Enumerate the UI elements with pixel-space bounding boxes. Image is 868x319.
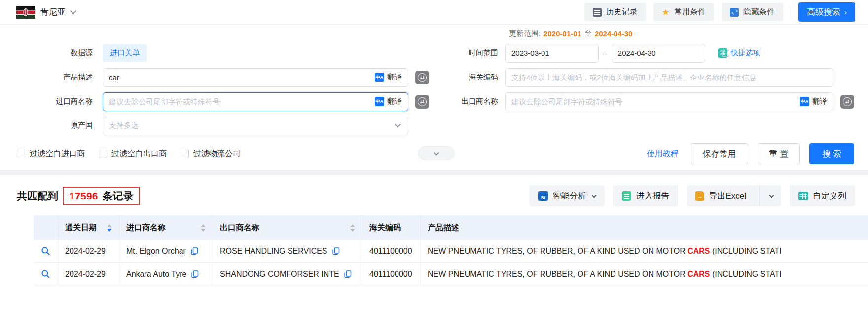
exporter-match-mode-button[interactable]: ⇄ [840,95,854,109]
collapse-icon: ↘ ↖ [730,8,739,17]
reset-button[interactable]: 重 置 [758,143,800,164]
form-left-column: 数据源 进口关单 产品描述 中A 翻译 ⇄ 进口商名称 [0,41,444,138]
table-columns-icon [798,192,808,200]
match-count-box: 17596 条记录 [63,187,140,205]
search-button[interactable]: 搜 索 [809,143,854,164]
copy-icon[interactable] [332,247,340,255]
update-range-end: 2024-04-30 [595,29,633,38]
translate-label: 翻译 [812,97,827,106]
translate-label: 翻译 [387,97,402,106]
importer-translate-button[interactable]: 中A 翻译 [375,97,408,106]
date-end-input[interactable] [612,44,722,62]
sort-icons[interactable] [103,224,112,232]
custom-columns-button[interactable]: 自定义列 [790,185,855,206]
checkbox-icon [17,150,25,158]
export-excel-button-group: → 导出Excel [687,185,781,206]
product-desc-input[interactable] [103,69,375,86]
checkbox-icon [181,150,189,158]
kenya-flag-icon [16,6,35,19]
chevron-down-icon [70,8,76,14]
save-common-button[interactable]: 保存常用 [691,143,748,164]
sort-icons[interactable] [197,224,206,232]
exporter-translate-button[interactable]: 中A 翻译 [800,97,833,106]
country-name: 肯尼亚 [40,6,66,18]
row-detail-button[interactable] [34,263,58,285]
swap-icon: ⇄ [418,97,427,106]
tutorial-link[interactable]: 使用教程 [647,149,679,159]
collapse-arrow: ↖ [731,12,734,16]
advanced-search-button[interactable]: 高级搜索 › [798,2,855,22]
table-row: 2024-02-29 Mt. Elgon Orchar ROSE HANDLIN… [34,240,868,263]
importer-match-mode-button[interactable]: ⇄ [415,95,429,109]
cell-date: 2024-02-29 [58,263,119,285]
data-source-label: 数据源 [0,48,103,58]
filter-label: 过滤空白出口商 [111,149,167,159]
importer-input[interactable] [103,93,375,111]
column-label: 进口商名称 [126,223,166,233]
country-selector[interactable]: 肯尼亚 [16,6,75,19]
hide-conditions-button[interactable]: ↘ ↖ 隐藏条件 [722,3,783,21]
translate-icon: 中A [375,97,384,106]
filter-blank-exporter-checkbox[interactable]: 过滤空白出口商 [99,149,167,159]
update-range-to: 至 [584,29,592,38]
topbar: 肯尼亚 历史记录 ★ 常用条件 ↘ ↖ 隐藏条件 高级搜索 › [0,0,868,25]
copy-icon[interactable] [191,270,199,278]
match-count: 17596 [69,190,98,202]
results-section: 共匹配到 17596 条记录 BI 智能分析 进入报告 → 导出Excel [0,175,868,285]
importer-name[interactable]: Mt. Elgon Orchar [126,247,186,256]
custom-columns-label: 自定义列 [813,190,846,201]
form-actions: 使用教程 保存常用 重 置 搜 索 [647,143,868,164]
chevron-down-icon [434,150,439,155]
hs-code-input[interactable] [506,69,833,86]
cell-product-desc: NEW PNEUMATIC TYRES, OF RUBBER, OF A KIN… [421,240,868,263]
column-label: 海关编码 [369,223,401,233]
row-detail-button[interactable] [34,240,58,263]
data-source-tag[interactable]: 进口关单 [103,44,147,62]
cell-product-desc: NEW PNEUMATIC TYRES, OF RUBBER, OF A KIN… [421,263,868,285]
smart-analysis-button[interactable]: BI 智能分析 [529,185,605,206]
enter-report-button[interactable]: 进入报告 [613,185,678,206]
swap-icon: ⇄ [843,97,852,106]
filter-logistics-checkbox[interactable]: 过滤物流公司 [181,149,241,159]
header-exporter[interactable]: 出口商名称 [213,215,362,240]
column-label: 产品描述 [428,223,459,233]
smart-analysis-label: 智能分析 [552,190,586,201]
report-icon [622,191,631,201]
favorites-button[interactable]: ★ 常用条件 [653,3,714,21]
origin-country-select[interactable]: 支持多选 [103,117,408,135]
export-excel-button[interactable]: → 导出Excel [687,185,755,206]
date-start-input[interactable] [506,44,615,62]
star-icon: ★ [662,8,670,17]
history-label: 历史记录 [606,7,638,17]
exporter-name[interactable]: SHANDONG COMFORSER INTE [220,270,339,279]
header-importer[interactable]: 进口商名称 [119,215,213,240]
exporter-name[interactable]: ROSE HANDLING SERVICES [220,247,327,256]
translate-label: 翻译 [387,73,402,82]
search-form: 更新范围: 2020-01-01 至 2024-04-30 数据源 进口关单 产… [0,25,868,166]
origin-country-placeholder: 支持多选 [103,121,396,130]
product-desc-match-mode-button[interactable]: ⇄ [415,71,429,84]
filter-blank-importer-checkbox[interactable]: 过滤空白进口商 [17,149,85,159]
export-options-button[interactable] [760,185,781,206]
date-end-inputbox [612,44,705,63]
export-excel-label: 导出Excel [709,190,746,201]
table-header-row: 通关日期 进口商名称 出口商名称 海关编码 产品描述 [34,215,868,240]
results-table: 通关日期 进口商名称 出口商名称 海关编码 产品描述 [34,215,868,285]
importer-name[interactable]: Ankara Auto Tyre [126,270,186,279]
history-button[interactable]: 历史记录 [584,3,646,21]
copy-icon[interactable] [344,270,352,278]
collapse-form-button[interactable] [418,146,455,160]
exporter-input[interactable] [506,93,800,111]
hs-code-inputbox [505,68,833,87]
bi-analysis-icon: BI [538,191,548,201]
header-date[interactable]: 通关日期 [58,215,119,240]
table-row: 2024-02-29 Ankara Auto Tyre SHANDONG COM… [34,263,868,285]
arrow-right-icon: › [844,8,847,16]
filter-label: 过滤空白进口商 [30,149,85,159]
product-desc-translate-button[interactable]: 中A 翻译 [375,73,408,82]
cell-date: 2024-02-29 [58,240,119,263]
sort-icons[interactable] [346,224,355,232]
keyword-highlight: CARS [687,247,710,255]
header-product-desc: 产品描述 [421,215,868,240]
copy-icon[interactable] [191,247,198,255]
